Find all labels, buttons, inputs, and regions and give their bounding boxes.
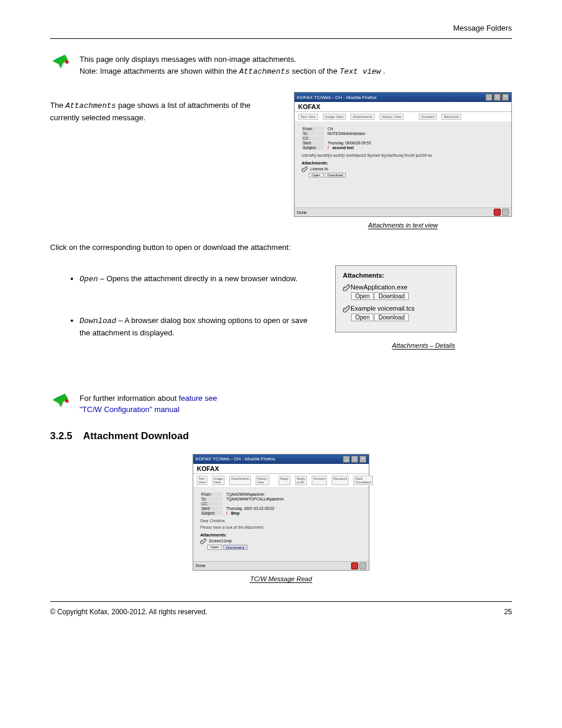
fig1-resubmit-button[interactable]: Resubmit	[441, 114, 461, 120]
fig2-status-text: Done	[196, 564, 206, 568]
fig2-title: KOFAX TC/Web - CH - Mozilla Firefox	[196, 456, 275, 462]
page-header: Message Folders	[50, 24, 512, 39]
note2-pre: For further information about	[80, 394, 178, 403]
paperclip-icon	[200, 538, 206, 544]
attbox-open1[interactable]: Open	[351, 292, 373, 300]
status-icon-red	[351, 562, 358, 569]
maximize-icon[interactable]: □	[351, 456, 358, 463]
priority-icon: !	[328, 146, 329, 150]
fig1-att-filename: License.lic	[310, 167, 328, 171]
section-heading: 3.2.5 Attachment Download	[50, 430, 512, 442]
paperclip-icon	[343, 284, 349, 290]
note1-l2-mid: section of the	[292, 67, 339, 75]
para1-att: Attachments	[65, 101, 116, 110]
attbox-download2[interactable]: Download	[374, 314, 408, 321]
para1: The Attachments page shows a list of att…	[50, 100, 276, 124]
fig2-open-button[interactable]: Open	[207, 545, 222, 550]
attbox-caption: Attachments – Details	[392, 342, 455, 350]
fig1-message-body: sdköafkj öasdkfjöl asdkfjö asldkfjasdöl …	[302, 153, 504, 157]
val-from: CH	[328, 127, 333, 131]
val-sent: Thursday, 09/06/28 09:53	[328, 141, 371, 145]
window-buttons: _ □ ×	[343, 456, 366, 463]
fig2-download-button[interactable]: Download ▸	[223, 545, 247, 550]
svg-point-4	[65, 399, 68, 402]
fig1-tabs: Text View Image View Attachments History…	[295, 112, 511, 121]
attbox-title: Attachments:	[343, 272, 449, 279]
fig1-status-text: Done	[297, 210, 307, 215]
fig2-tabs: Text View Image View Attachments History…	[193, 474, 369, 487]
lbl-subject: Subject:	[200, 511, 223, 515]
tab-history-view[interactable]: History View	[379, 114, 404, 120]
fig2-val-from: TQAADMIN#tqaadmin	[226, 492, 265, 496]
lbl-to: To:	[302, 131, 324, 136]
fig2-resubmit-button[interactable]: Resubmit	[332, 476, 349, 485]
close-icon[interactable]: ×	[502, 94, 509, 101]
action-list: Open – Opens the attachment directly in …	[50, 273, 318, 339]
fig1-open-button[interactable]: Open	[309, 173, 323, 177]
fig2-forward-button[interactable]: Forward	[312, 476, 327, 485]
paperclip-icon	[343, 305, 349, 311]
fig1-att-header: Attachments:	[302, 161, 504, 165]
attbox-file1: NewApplication.exe	[351, 284, 408, 291]
paperclip-icon	[302, 166, 308, 172]
lbl-from: From:	[302, 127, 324, 131]
fig1-forward-button[interactable]: Forward	[419, 114, 437, 120]
note1-l2-att: Attachments	[239, 67, 290, 76]
lbl-sent: Sent:	[302, 141, 324, 145]
note1-line1: This page only displays messages with no…	[80, 54, 385, 65]
svg-point-1	[65, 60, 68, 63]
fig2-body1: Dear Christine,	[200, 519, 362, 523]
fig1-title: KOFAX TC/Web - CH - Mozilla Firefox	[297, 95, 376, 100]
note1-l2-tv: Text view	[339, 67, 381, 76]
fig2-reply-all-button[interactable]: Reply to All	[295, 476, 307, 485]
minimize-icon[interactable]: _	[343, 456, 350, 463]
fig2-tab-attachments[interactable]: Attachments	[229, 476, 251, 485]
bullet-open: Open – Opens the attachment directly in …	[80, 273, 318, 285]
attbox-download1[interactable]: Download	[374, 292, 408, 300]
fig2-tab-text-view[interactable]: Text View	[197, 476, 207, 485]
tab-attachments[interactable]: Attachments	[351, 114, 375, 120]
note-icon	[50, 393, 71, 409]
val-subject: second test	[332, 146, 353, 150]
fig2-body2: Please have a look at the attachment.	[200, 525, 362, 529]
tab-image-view[interactable]: Image View	[323, 114, 346, 120]
minimize-icon[interactable]: _	[485, 94, 492, 101]
attbox-open2[interactable]: Open	[351, 314, 373, 321]
note1-l2-end: .	[383, 67, 385, 75]
tab-text-view[interactable]: Text View	[298, 114, 318, 120]
note-icon	[50, 54, 71, 70]
download-label: Download	[80, 317, 116, 325]
note1-line2: Note: Image attachments are shown within…	[80, 65, 385, 78]
attachments-box: Attachments: NewApplication.exe Open Dow…	[335, 265, 457, 332]
fig1-brand: KOFAX	[295, 102, 511, 112]
maximize-icon[interactable]: □	[494, 94, 501, 101]
status-icon-red	[494, 209, 501, 216]
figure-1: KOFAX TC/Web - CH - Mozilla Firefox _ □ …	[294, 92, 512, 217]
fig2-val-to: TQAADMIN#TOPCALL#tqaadmin	[226, 497, 284, 501]
attbox-file2: Example voicemail.tcs	[351, 305, 415, 312]
footer-copyright: © Copyright Kofax, 2000-2012. All rights…	[50, 608, 207, 616]
para1-pre: The	[50, 101, 65, 110]
fig2-tab-history-view[interactable]: History View	[256, 476, 269, 485]
page-header-title: Message Folders	[50, 24, 512, 32]
open-desc: – Opens the attachment directly in a new…	[100, 274, 297, 283]
fig1-download-button[interactable]: Download	[325, 173, 346, 177]
window-buttons: _ □ ×	[485, 94, 509, 101]
fig2-att-filename: Screen3.bmp	[209, 538, 232, 542]
status-icon-gray	[502, 209, 509, 216]
fig2-tab-image-view[interactable]: Image View	[212, 476, 224, 485]
footer-page-number: 25	[504, 608, 512, 616]
figure-2: KOFAX TC/Web - CH - Mozilla Firefox _ □ …	[193, 454, 369, 571]
lbl-subject: Subject:	[302, 146, 324, 150]
fig2-mark-completed-button[interactable]: Mark Completed	[353, 476, 373, 485]
section-title: Attachment Download	[83, 430, 189, 442]
fig2-brand: KOFAX	[193, 464, 369, 474]
fig1-caption: Attachments in text view	[368, 222, 438, 229]
fig2-caption: TC/W Message Read	[250, 575, 312, 583]
close-icon[interactable]: ×	[359, 456, 366, 463]
fig2-reply-button[interactable]: Reply	[279, 476, 290, 485]
status-icon-gray	[359, 562, 366, 569]
fig1-titlebar: KOFAX TC/Web - CH - Mozilla Firefox _ □ …	[295, 93, 511, 102]
note-block-2: For further information about feature se…	[50, 393, 512, 416]
fig2-titlebar: KOFAX TC/Web - CH - Mozilla Firefox _ □ …	[193, 454, 369, 464]
